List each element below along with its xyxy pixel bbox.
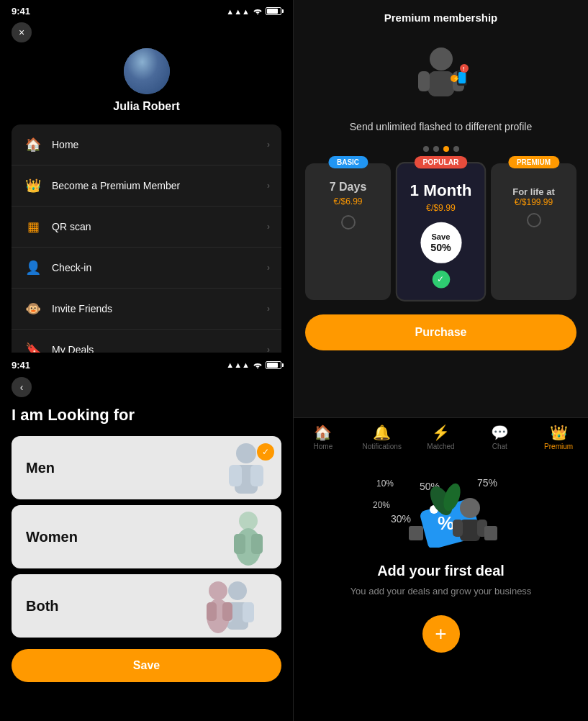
svg-text:⚡: ⚡ — [453, 75, 460, 82]
nav-home[interactable]: 🏠 Home — [294, 424, 353, 450]
dot-3-active — [443, 146, 449, 152]
wifi-icon — [253, 6, 263, 16]
chevron-icon: › — [267, 304, 270, 314]
save-button[interactable]: Save — [12, 649, 281, 682]
status-time: 9:41 — [12, 6, 30, 17]
avatar — [124, 48, 170, 94]
nav-chat[interactable]: 💬 Chat — [470, 424, 529, 450]
left-panel: 9:41 ▲▲▲ × Julia Robert — [0, 0, 294, 721]
svg-rect-3 — [250, 465, 263, 486]
svg-rect-6 — [234, 534, 245, 554]
badge-popular: POPULAR — [414, 156, 467, 168]
dots-indicator — [294, 146, 588, 152]
save-circle: Save 50% — [420, 222, 461, 263]
svg-rect-15 — [222, 602, 232, 621]
looking-for-title: I am Looking for — [0, 400, 293, 436]
chat-nav-label: Chat — [492, 443, 507, 450]
menu-item-home[interactable]: 🏠 Home › — [12, 124, 281, 165]
back-button[interactable]: ‹ — [12, 377, 32, 397]
menu-item-qr[interactable]: ▦ QR scan › — [12, 207, 281, 248]
svg-point-16 — [430, 47, 453, 71]
both-image — [191, 576, 270, 638]
menu-item-premium[interactable]: 👑 Become a Premium Member › — [12, 165, 281, 207]
premium-nav-icon: 👑 — [550, 424, 568, 441]
choice-both-label: Both — [26, 598, 59, 615]
menu-label-premium: Become a Premium Member — [52, 180, 267, 191]
home-nav-label: Home — [314, 443, 333, 450]
right-panel: Premium membership ! ⚡ — [294, 0, 588, 721]
choice-cards: Men ✓ Women — [0, 436, 293, 638]
crown-icon: 👑 — [23, 176, 43, 196]
svg-point-8 — [228, 581, 247, 600]
wifi-icon-2 — [253, 358, 263, 371]
svg-rect-36 — [460, 520, 480, 541]
home-icon: 🏠 — [23, 135, 43, 155]
premium-header: Premium membership — [294, 0, 588, 30]
menu-list: 🏠 Home › 👑 Become a Premium Member › ▦ Q… — [12, 124, 281, 370]
premium-price: €/$199.99 — [515, 197, 553, 207]
pricing-container: BASIC 7 Days €/$6.99 POPULAR 1 Month €/$… — [294, 158, 588, 306]
battery-icon-2 — [266, 361, 281, 369]
qr-icon: ▦ — [23, 217, 43, 237]
menu-label-invite: Invite Friends — [52, 303, 267, 314]
bottom-nav: 🏠 Home 🔔 Notifications ⚡ Matched 💬 Chat … — [294, 417, 588, 453]
feature-text: Send unlimited flashed to different prof… — [294, 114, 588, 140]
svg-text:20%: 20% — [373, 500, 390, 510]
profile-section: Julia Robert — [0, 48, 293, 113]
women-image — [227, 507, 270, 568]
svg-rect-7 — [251, 534, 263, 554]
notifications-nav-label: Notifications — [362, 443, 401, 450]
chevron-icon: › — [267, 140, 270, 150]
status-time-2: 9:41 — [12, 360, 30, 371]
svg-point-12 — [209, 581, 227, 600]
deals-illustration: 10% 20% 30% 50% 75% % — [305, 465, 576, 551]
chevron-icon: › — [267, 222, 270, 232]
price-card-basic[interactable]: BASIC 7 Days €/$6.99 — [305, 163, 391, 300]
nav-premium[interactable]: 👑 Premium — [529, 424, 588, 450]
svg-rect-19 — [418, 71, 430, 91]
popular-price: €/$9.99 — [426, 203, 456, 213]
premium-screen: Premium membership ! ⚡ — [294, 0, 588, 417]
premium-title: Premium membership — [305, 12, 576, 24]
save-text: Save — [431, 232, 450, 241]
nav-matched[interactable]: ⚡ Matched — [412, 424, 471, 450]
deals-subtitle: You add your deals and grow your busines… — [305, 585, 576, 598]
chat-nav-icon: 💬 — [491, 424, 509, 441]
selected-check: ✓ — [432, 271, 449, 288]
status-bar-top: 9:41 ▲▲▲ — [0, 0, 293, 19]
price-card-popular[interactable]: POPULAR 1 Month €/$9.99 Save 50% ✓ — [396, 162, 486, 301]
choice-women[interactable]: Women — [12, 505, 281, 568]
menu-label-checkin: Check-in — [52, 262, 267, 273]
premium-nav-label: Premium — [544, 443, 573, 450]
close-button[interactable]: × — [12, 22, 32, 42]
add-deal-button[interactable]: + — [422, 615, 460, 653]
status-icons-2: ▲▲▲ — [226, 358, 281, 371]
dot-2 — [433, 146, 439, 152]
home-nav-icon: 🏠 — [314, 424, 332, 441]
save-percent: 50% — [430, 241, 451, 253]
svg-text:!: ! — [463, 65, 465, 72]
choice-both[interactable]: Both — [12, 574, 281, 638]
deals-section: 10% 20% 30% 50% 75% % — [294, 453, 588, 669]
svg-text:30%: 30% — [391, 513, 411, 525]
basic-duration: 7 Days — [330, 181, 367, 194]
purchase-button[interactable]: Purchase — [305, 314, 576, 350]
svg-rect-14 — [207, 602, 217, 621]
dot-1 — [423, 146, 429, 152]
popular-duration: 1 Month — [410, 181, 471, 200]
choice-men[interactable]: Men ✓ — [12, 436, 281, 499]
matched-nav-label: Matched — [427, 443, 454, 450]
price-card-premium[interactable]: PREMIUM For life at €/$199.99 — [491, 163, 576, 300]
premium-for-life: For life at — [512, 186, 555, 197]
chevron-icon: › — [267, 263, 270, 273]
svg-rect-37 — [453, 520, 463, 537]
choice-women-label: Women — [26, 529, 78, 545]
status-bar-bottom: 9:41 ▲▲▲ — [0, 353, 293, 374]
choice-men-label: Men — [26, 460, 55, 476]
menu-item-checkin[interactable]: 👤 Check-in › — [12, 248, 281, 289]
checkin-icon: 👤 — [23, 258, 43, 278]
svg-point-4 — [239, 512, 258, 530]
svg-text:%: % — [438, 512, 454, 534]
menu-item-invite[interactable]: 🐵 Invite Friends › — [12, 289, 281, 330]
nav-notifications[interactable]: 🔔 Notifications — [353, 424, 412, 450]
